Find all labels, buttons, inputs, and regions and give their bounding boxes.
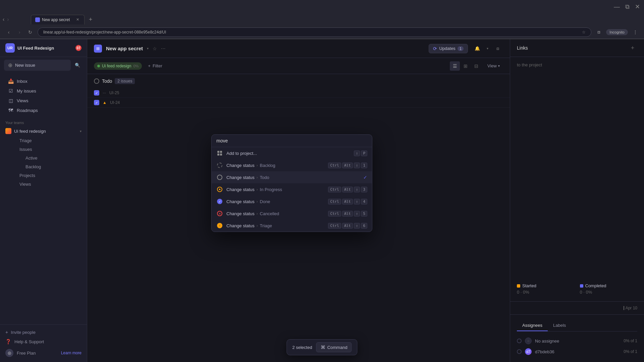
assignee-stat: 0% of 1 — [624, 349, 637, 354]
incognito-badge[interactable]: Incognito — [606, 29, 628, 35]
favorite-icon[interactable]: ☆ — [153, 46, 157, 51]
todo-status-icon — [216, 174, 223, 181]
timeline-date: Apr 10 — [624, 306, 637, 310]
updates-button[interactable]: ⟳ Updates 1 — [429, 44, 468, 53]
sidebar-workspace[interactable]: UR UI Feed Redesign 07 — [0, 39, 87, 57]
project-dropdown-icon[interactable]: ▾ — [147, 47, 149, 50]
assignee-radio[interactable] — [517, 349, 522, 354]
window-restore-icon[interactable]: ⧉ — [625, 3, 630, 10]
started-value: 0 · 0% — [517, 290, 575, 295]
menu-item-status-cancelled[interactable]: ✕ Change status › Cancelled Ctrl Alt ⇧ 5 — [212, 207, 372, 220]
stats-grid: Started 0 · 0% Completed 0 · 0% — [510, 277, 644, 302]
user-avatar: d7 — [525, 348, 532, 355]
invite-label: Invite people — [11, 330, 36, 335]
shortcut-add-project: ⇧ P — [354, 150, 367, 156]
view-options-button[interactable]: View ▾ — [484, 62, 503, 70]
workspace-avatar: UR — [5, 43, 15, 53]
inbox-icon: 📥 — [8, 78, 13, 84]
menu-item-add-project[interactable]: Add to project... ⇧ P — [212, 147, 372, 159]
new-tab-button[interactable]: + — [86, 15, 95, 24]
completed-label: Completed — [585, 283, 606, 288]
tab-back-icon[interactable]: ‹ — [3, 16, 4, 22]
app-container: UR UI Feed Redesign 07 ⊕ New issue 🔍 📥 I… — [0, 39, 644, 362]
menu-item-status-done[interactable]: ✓ Change status › Done Ctrl Alt ⇧ 4 — [212, 195, 372, 207]
bookmark-icon[interactable]: ☆ — [582, 30, 586, 35]
project-name: New app secret — [106, 46, 143, 51]
view-toggle-buttons: ☰ ⊞ ⊟ — [450, 61, 481, 71]
window-close-icon[interactable]: ✕ — [635, 3, 640, 10]
change-status-label: Change status — [226, 211, 255, 216]
tab-assignees[interactable]: Assignees — [517, 320, 548, 331]
views-icon: ◫ — [8, 98, 13, 103]
sidebar-item-active[interactable]: Active — [5, 154, 84, 162]
table-view-button[interactable]: ⊟ — [471, 61, 481, 71]
back-button[interactable]: ‹ — [4, 27, 13, 37]
main-header: ⊞ New app secret ▾ ☆ ··· ⟳ Updates 1 🔔 ▾… — [87, 39, 510, 58]
myissues-icon: ☑ — [8, 88, 13, 94]
team-item[interactable]: Ui feed redesign ▾ — [0, 126, 87, 136]
address-bar-row: ‹ › ↻ linear.app/ui-feed-redesign/projec… — [0, 25, 644, 39]
notifications-button[interactable]: 🔔 — [472, 43, 483, 54]
learn-more-link[interactable]: Learn more — [61, 351, 82, 355]
sidebar-item-backlog[interactable]: Backlog — [5, 163, 84, 171]
notifications-chevron-icon[interactable]: ▾ — [487, 47, 488, 50]
issues-area: Todo 2 issues ✓ ··· UI-25 ✓ ▲ UI-24 move — [87, 74, 510, 362]
address-bar[interactable]: linear.app/ui-feed-redesign/project/new-… — [38, 27, 591, 37]
progress-percent: 0% — [133, 64, 139, 68]
team-name: Ui feed redesign — [14, 129, 46, 134]
view-chevron-icon: ▾ — [498, 64, 500, 68]
new-issue-button[interactable]: ⊕ New issue — [4, 60, 71, 71]
triage-status-icon: ! — [216, 222, 223, 229]
inprogress-status-icon — [216, 186, 223, 193]
menu-item-status-inprogress[interactable]: Change status › In Progress Ctrl Alt ⇧ 3 — [212, 183, 372, 195]
add-link-button[interactable]: + — [628, 43, 637, 53]
menu-item-status-triage[interactable]: ! Change status › Triage Ctrl Alt ⇧ 6 — [212, 220, 372, 232]
tab-close-button[interactable]: ✕ — [75, 17, 80, 22]
browser-tab[interactable]: New app secret ✕ — [31, 15, 85, 24]
team-filter-badge[interactable]: Ui feed redesign 0% — [94, 62, 142, 70]
updates-label: Updates — [439, 46, 455, 51]
sidebar-item-issues[interactable]: Issues — [5, 145, 84, 154]
sidebar-item-triage[interactable]: Triage — [5, 136, 84, 145]
context-menu-overlay[interactable]: move Add to pro — [87, 74, 510, 362]
sidebar-item-team-views[interactable]: Views — [5, 180, 84, 188]
browser-titlebar: — ⧉ ✕ — [0, 0, 644, 13]
layout-toggle-button[interactable]: ⧈ — [492, 43, 503, 54]
reload-button[interactable]: ↻ — [25, 27, 35, 37]
sidebar-roadmaps-label: Roadmaps — [17, 108, 79, 113]
menu-item-status-backlog[interactable]: Change status › Backlog Ctrl Alt ⇧ 1 — [212, 159, 372, 171]
list-view-button[interactable]: ☰ — [450, 61, 460, 71]
tab-forward-icon[interactable]: › — [7, 16, 9, 22]
command-button[interactable]: ⌘ Command — [316, 342, 352, 352]
sidebar-item-myissues[interactable]: ☑ My issues — [3, 86, 84, 96]
invite-people-button[interactable]: + Invite people — [0, 327, 87, 337]
forward-button[interactable]: › — [15, 27, 24, 37]
change-status-label: Change status — [226, 187, 255, 192]
tab-labels[interactable]: Labels — [548, 320, 571, 331]
sidebar-item-views[interactable]: ◫ Views — [3, 96, 84, 105]
layout-icon: ⧈ — [496, 46, 499, 51]
change-status-label: Change status — [226, 163, 255, 168]
tab-title: New app secret — [42, 17, 70, 22]
stat-started: Started 0 · 0% — [517, 283, 575, 295]
filter-plus-icon: + — [148, 63, 151, 68]
board-view-button[interactable]: ⊞ — [461, 61, 471, 71]
sidebar-item-inbox[interactable]: 📥 Inbox — [3, 76, 84, 86]
window-minimize-icon[interactable]: — — [614, 3, 620, 10]
menu-item-status-todo[interactable]: Change status › Todo ✓ — [212, 171, 372, 183]
more-options-icon[interactable]: ··· — [161, 46, 165, 52]
help-support-button[interactable]: ❓ Help & Support — [0, 337, 87, 346]
assignee-radio[interactable] — [517, 339, 522, 343]
sidebar-item-projects[interactable]: Projects — [5, 171, 84, 180]
context-menu: move Add to pro — [211, 134, 372, 232]
sidebar-item-roadmaps[interactable]: 🗺 Roadmaps — [3, 106, 84, 115]
team-avatar — [5, 128, 11, 134]
browser-menu-icon[interactable]: ⋮ — [631, 27, 640, 37]
filter-button[interactable]: + Filter — [145, 62, 165, 70]
extensions-icon[interactable]: ⧈ — [594, 27, 603, 37]
check-icon: ✓ — [363, 175, 367, 180]
no-assignee-label: No assignee — [535, 339, 620, 344]
selected-count-label: 2 selected — [292, 345, 312, 350]
search-button[interactable]: 🔍 — [72, 60, 83, 71]
team-badge-label: Ui feed redesign — [102, 64, 131, 68]
